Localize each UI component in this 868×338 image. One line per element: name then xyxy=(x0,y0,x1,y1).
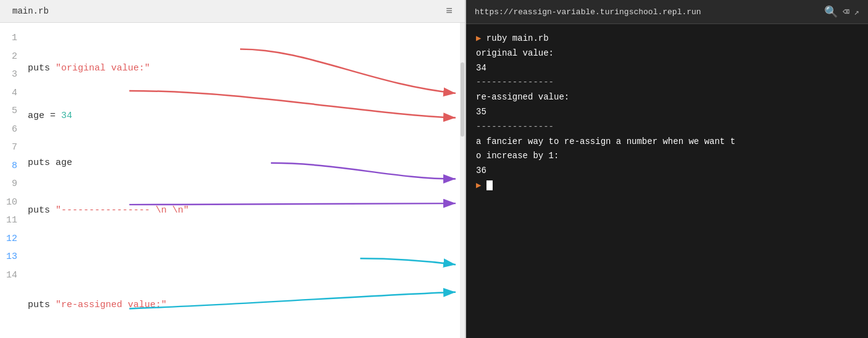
terminal-panel: https://reassign-variable.turingschool.r… xyxy=(466,0,868,338)
terminal-separator-1: --------------- xyxy=(476,75,858,90)
terminal-body: ▶ ruby main.rb original value: 34 ------… xyxy=(466,24,868,338)
line-num-8: 8 xyxy=(0,157,25,175)
line-num-13: 13 xyxy=(0,248,25,266)
search-icon[interactable]: 🔍 xyxy=(824,5,838,19)
terminal-output-fancier-1: a fancier way to re-assign a number when… xyxy=(476,135,858,150)
line-num-1: 1 xyxy=(0,29,25,48)
line-num-11: 11 xyxy=(0,211,25,230)
line-num-3: 3 xyxy=(0,65,25,84)
menu-icon[interactable]: ≡ xyxy=(446,5,453,17)
line-num-2: 2 xyxy=(0,48,25,66)
terminal-icons: 🔍 ⌫ ↗ xyxy=(824,5,859,19)
clear-icon[interactable]: ⌫ xyxy=(843,5,849,19)
code-line-5 xyxy=(28,250,454,266)
line-numbers: 1 2 3 4 5 6 7 8 9 10 11 12 13 14 xyxy=(0,23,25,338)
terminal-output-34: 34 xyxy=(476,61,858,76)
code-line-1: puts "original value:" xyxy=(28,61,454,77)
line-num-12: 12 xyxy=(0,230,25,248)
terminal-cursor xyxy=(486,180,493,190)
terminal-prompt-line: ▶ ruby main.rb xyxy=(476,32,858,46)
terminal-output-original-value: original value: xyxy=(476,46,858,61)
terminal-separator-2: --------------- xyxy=(476,120,858,135)
code-line-3: puts age xyxy=(28,155,454,171)
code-line-4: puts "---------------- \n \n" xyxy=(28,203,454,219)
scrollbar[interactable] xyxy=(460,23,465,338)
line-num-4: 4 xyxy=(0,84,25,103)
editor-panel: main.rb ≡ 1 2 3 4 5 6 7 8 9 10 11 12 13 … xyxy=(0,0,466,338)
line-num-5: 5 xyxy=(0,102,25,120)
terminal-output-fancier-2: o increase by 1: xyxy=(476,149,858,164)
terminal-cursor-line: ▶ xyxy=(476,179,858,193)
line-num-6: 6 xyxy=(0,120,25,139)
code-line-6: puts "re-assigned value:" xyxy=(28,297,454,313)
tab-name: main.rb xyxy=(12,6,49,16)
editor-tab: main.rb ≡ xyxy=(0,0,465,23)
line-num-10: 10 xyxy=(0,193,25,212)
terminal-output-36: 36 xyxy=(476,164,858,179)
code-area: 1 2 3 4 5 6 7 8 9 10 11 12 13 14 puts "o… xyxy=(0,23,465,338)
scrollbar-thumb xyxy=(461,62,464,137)
line-num-9: 9 xyxy=(0,175,25,193)
code-content: puts "original value:" age = 34 puts age… xyxy=(25,23,460,338)
line-num-7: 7 xyxy=(0,138,25,157)
terminal-command: ruby main.rb xyxy=(486,33,549,43)
terminal-url: https://reassign-variable.turingschool.r… xyxy=(475,7,701,17)
terminal-output-reassigned: re-assigned value: xyxy=(476,90,858,105)
terminal-header: https://reassign-variable.turingschool.r… xyxy=(466,0,868,24)
external-link-icon[interactable]: ↗ xyxy=(854,7,859,17)
code-line-2: age = 34 xyxy=(28,108,454,124)
terminal-output-35: 35 xyxy=(476,105,858,120)
line-num-14: 14 xyxy=(0,266,25,285)
